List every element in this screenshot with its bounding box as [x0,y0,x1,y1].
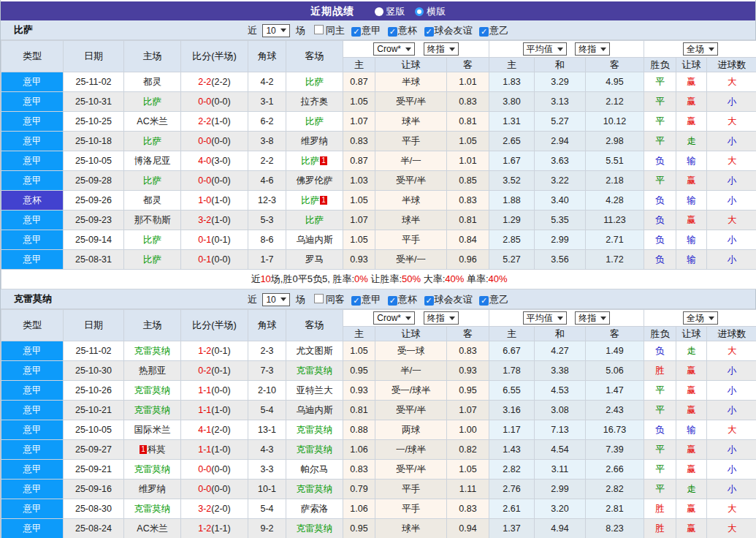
col-away: 客场 [286,310,343,341]
crow-home-odds-cell: 1.03 [343,171,375,191]
chevron-down-icon [405,48,411,51]
handicap-result-cell: 赢 [676,92,707,112]
result-cell: 平 [644,401,676,420]
score-cell: 2-2(2-2) [181,72,248,92]
checkbox-serie-a[interactable] [351,27,361,37]
away-cell: 乌迪内斯 [286,401,343,420]
avg-home-odds-cell: 3.80 [489,92,535,112]
corner-cell: 13-1 [248,420,286,440]
avg-away-odds-cell: 5.06 [586,361,644,381]
crow-home-odds-cell: 0.88 [343,420,375,440]
average-odds-value: 平均值 [527,43,553,56]
corner-cell: 6-2 [248,112,286,132]
avg-home-odds-cell: 1.78 [489,361,535,381]
vertical-layout-radio[interactable] [375,7,383,16]
crow-away-odds-cell: 0.96 [447,250,489,270]
avg-draw-odds-cell: 3.56 [535,250,586,270]
avg-home-odds-cell: 1.29 [489,211,535,230]
crow-handicap-cell: 受半/一 [375,250,447,270]
crow-home-odds-cell: 1.05 [343,230,375,250]
league-cell: 意甲 [1,401,64,420]
average-odds-value: 平均值 [527,312,553,325]
corner-cell: 3-8 [248,132,286,151]
chevron-down-icon [600,48,606,51]
score-cell: 0-0(0-0) [181,92,248,112]
full-match-select[interactable]: 全场 [683,42,718,56]
crow-handicap-cell: 受平/半 [375,171,447,191]
crow-home-odds-cell: 0.81 [343,401,375,420]
home-cell: 国际米兰 [124,420,181,440]
avg-away-odds-cell: 1.72 [586,250,644,270]
checkbox-serie-b[interactable] [479,27,489,37]
checkbox-club-friendly[interactable] [424,27,434,37]
horizontal-layout-radio[interactable] [415,7,424,16]
handicap-result-cell: 走 [676,480,707,499]
crow-home-odds-cell: 0.87 [343,72,375,92]
crow-final-select[interactable]: 终指 [424,311,459,325]
match-row: 意甲25-10-30热那亚0-2(0-1)7-3克雷莫纳0.95半/一0.931… [1,361,756,381]
col-home: 主场 [124,310,181,341]
team-name: AC米兰 [137,116,167,126]
avg-draw-odds-cell: 3.40 [535,191,586,211]
team-name: 比萨 [143,175,161,186]
crow-company-select[interactable]: Crow* [373,311,415,325]
match-row: 意甲25-11-02克雷莫纳1-2(0-1)2-3尤文图斯1.05受一球0.83… [1,341,756,361]
checkbox-club-friendly[interactable] [424,296,434,306]
match-row: 意杯25-09-26都灵1-0(1-0)12-3比萨11.05半球0.831.8… [1,191,756,211]
league-cell: 意甲 [1,112,64,132]
avg-away-odds-cell: 11.23 [586,211,644,230]
col-date: 日期 [64,41,124,72]
away-cell: 萨索洛 [286,499,343,519]
label-coppa-italia: 意杯 [398,25,417,36]
crow-away-odds-cell: 0.83 [447,499,489,519]
league-cell: 意甲 [1,499,64,519]
crow-home-odds-cell: 0.87 [343,151,375,171]
team-name: 都灵 [143,195,161,205]
average-odds-select[interactable]: 平均值 [523,42,567,56]
date-cell: 25-10-26 [64,381,124,401]
checkbox-serie-a[interactable] [351,296,361,306]
score-cell: 1-1(1-0) [181,401,248,420]
same-venue-checkbox[interactable] [314,25,324,34]
average-final-select[interactable]: 终指 [575,311,610,325]
goals-result-cell: 大 [707,519,756,538]
chevron-down-icon [709,317,714,320]
avg-away-odds-cell: 5.51 [586,151,644,171]
fulltime-score: 1-1 [198,405,211,415]
vertical-layout-label: 竖版 [386,6,405,17]
checkbox-serie-b[interactable] [479,296,489,306]
league-cell: 意甲 [1,519,64,538]
away-cell: 罗马 [286,250,343,270]
avg-draw-odds-cell: 2.94 [535,132,586,151]
league-cell: 意甲 [1,460,64,480]
halftime-score: (1-1) [211,523,230,534]
crow-company-select[interactable]: Crow* [373,42,415,56]
subcol-avg-home: 主 [489,58,535,72]
crow-final-select[interactable]: 终指 [424,42,459,56]
halftime-score: (0-1) [211,365,230,376]
checkbox-coppa-italia[interactable] [388,27,397,37]
full-match-value: 全场 [687,312,704,325]
games-label: 场 [296,294,305,305]
crow-handicap-cell: 受平/半 [375,460,447,480]
checkbox-coppa-italia[interactable] [388,296,397,306]
label-serie-a: 意甲 [362,25,381,36]
same-venue-checkbox[interactable] [314,294,324,303]
recent-count-select[interactable]: 10 [262,24,290,37]
average-final-select[interactable]: 终指 [575,42,610,56]
away-cell: 克雷莫纳 [286,519,343,538]
crow-odds-header: Crow* 终指 [343,41,489,58]
summary-text: 近 [251,273,260,284]
score-cell: 3-2(2-0) [181,499,248,519]
halftime-score: (1-0) [211,444,230,455]
team-name: 比萨 [301,195,319,205]
recent-count-select[interactable]: 10 [262,293,290,306]
full-match-select[interactable]: 全场 [683,311,718,325]
corner-cell: 10-1 [248,480,286,499]
average-odds-select[interactable]: 平均值 [523,311,567,325]
goals-result-cell: 大 [707,499,756,519]
league-cell: 意杯 [1,191,64,211]
label-club-friendly: 球会友谊 [435,294,473,305]
halftime-score: (3-0) [211,156,230,166]
home-cell: 都灵 [124,72,181,92]
